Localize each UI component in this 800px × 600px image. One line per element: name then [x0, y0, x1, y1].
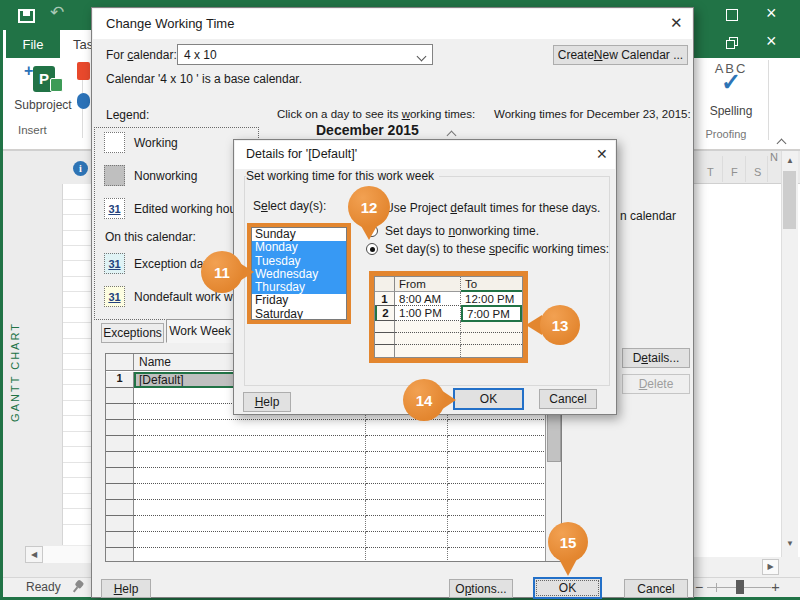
time-table: From To 1 8:00 AM 12:00 PM 2 1:00 PM 7:0…	[374, 276, 523, 358]
tab-work-week[interactable]: Work Week	[166, 319, 234, 343]
calendar-dropdown-value: 4 x 10	[184, 48, 217, 62]
delete-button[interactable]: Delete	[622, 374, 690, 394]
base-calendar-note: Calendar '4 x 10 ' is a base calendar.	[106, 72, 302, 86]
proofing-group-label: Proofing	[694, 128, 758, 140]
h-scrollbar-right[interactable]	[694, 557, 800, 577]
chevron-down-icon	[418, 49, 425, 63]
close-icon[interactable]: ✕	[596, 147, 608, 161]
day-list[interactable]: Sunday Monday Tuesday Wednesday Thursday…	[251, 227, 347, 320]
close-icon[interactable]: ✕	[670, 15, 683, 30]
scroll-left-icon: ◀	[31, 551, 37, 559]
edited-hours-label: Edited working hours	[134, 202, 246, 216]
scroll-right-button[interactable]: ▶	[762, 559, 779, 575]
scroll-up-icon[interactable]: ▲	[786, 157, 794, 165]
app-window: ↶ × File Task × + P Subproject Insert AB…	[0, 0, 800, 600]
v-scroll-thumb[interactable]	[783, 171, 796, 229]
scroll-left-button[interactable]: ◀	[25, 546, 43, 563]
table-scroll-thumb[interactable]	[547, 414, 561, 462]
radio-nonworking-label[interactable]: Set days to nonworking time.	[385, 224, 539, 238]
from-column-header: From	[395, 277, 461, 292]
time-row-1-num: 1	[375, 292, 395, 306]
time-to-1[interactable]: 12:00 PM	[461, 292, 522, 306]
undo-icon[interactable]: ↶	[50, 2, 64, 23]
nonworking-swatch	[104, 165, 125, 186]
time-from-1[interactable]: 8:00 AM	[395, 292, 461, 306]
ok-button[interactable]: OK	[453, 388, 524, 410]
radio-use-default-label[interactable]: Use Project default times for these days…	[385, 201, 600, 215]
group-box-label: Set working time for this work week	[246, 169, 439, 183]
cancel-button[interactable]: Cancel	[539, 389, 597, 409]
spelling-label: Spelling	[696, 104, 766, 118]
insert-group-label: Insert	[18, 124, 47, 136]
gantt-view-label: GANTT CHART	[9, 302, 25, 442]
day-list-highlight: Sunday Monday Tuesday Wednesday Thursday…	[247, 223, 351, 324]
calendar-dropdown[interactable]: 4 x 10	[177, 44, 433, 65]
window-edge-left	[0, 0, 3, 600]
zoom-out-icon[interactable]: −	[695, 579, 703, 595]
status-ready: Ready	[26, 580, 61, 594]
to-column-header: To	[461, 277, 522, 292]
help-button[interactable]: Help	[101, 579, 151, 598]
time-row-2-num: 2	[375, 306, 395, 321]
callout-13: 13	[540, 305, 580, 345]
cancel-button[interactable]: Cancel	[624, 579, 688, 598]
tab-exceptions[interactable]: Exceptions	[101, 323, 164, 343]
spellcheck-icon: ✓	[696, 68, 766, 96]
apps-icon[interactable]	[77, 93, 90, 109]
gantt-day-f: F	[731, 166, 738, 178]
day-option-monday[interactable]: Monday	[252, 241, 346, 254]
maximize-icon[interactable]	[726, 9, 738, 21]
time-to-2-selected[interactable]: 7:00 PM	[461, 305, 522, 322]
edited-hours-swatch: 31	[104, 198, 125, 219]
restore-icon[interactable]	[726, 37, 739, 50]
exception-days-swatch: 31	[104, 253, 125, 274]
close-doc-icon[interactable]: ×	[766, 31, 777, 52]
save-icon[interactable]	[18, 9, 35, 23]
nondefault-week-swatch: 31	[104, 286, 125, 307]
day-option-tuesday[interactable]: Tuesday	[252, 255, 346, 268]
for-calendar-label: For calendar:	[106, 48, 177, 62]
details-dialog: Details for '[Default]' ✕ Set working ti…	[233, 139, 617, 415]
close-icon[interactable]: ×	[766, 3, 777, 24]
right-text-fragment: n calendar	[620, 209, 676, 223]
select-days-label: Select day(s):	[253, 199, 326, 213]
create-new-calendar-button[interactable]: Create New Calendar ...	[553, 45, 688, 65]
day-option-friday[interactable]: Friday	[252, 294, 346, 307]
zoom-in-icon[interactable]: +	[771, 578, 780, 595]
zoom-slider-thumb[interactable]	[736, 580, 744, 594]
collapse-ribbon-icon[interactable]	[778, 136, 785, 150]
gantt-header-fragment: N	[770, 151, 778, 163]
radio-specific-times-label[interactable]: Set day(s) to these specific working tim…	[385, 242, 609, 256]
details-button[interactable]: Details...	[622, 348, 690, 368]
callout-15: 15	[548, 522, 588, 562]
callout-11: 11	[201, 251, 243, 293]
nonworking-label: Nonworking	[134, 169, 197, 183]
callout-14: 14	[403, 379, 445, 421]
click-day-label: Click on a day to see its working times:	[277, 108, 475, 120]
day-option-wednesday[interactable]: Wednesday	[252, 268, 346, 281]
tab-file[interactable]: File	[6, 30, 60, 58]
help-button[interactable]: Help	[243, 392, 291, 412]
day-option-saturday[interactable]: Saturday	[252, 308, 346, 320]
gantt-day-t: T	[707, 166, 714, 178]
day-option-thursday[interactable]: Thursday	[252, 281, 346, 294]
details-dialog-title: Details for '[Default]'	[246, 147, 357, 161]
ok-button[interactable]: OK	[533, 577, 602, 599]
calendar-month-title: December 2015	[316, 122, 419, 138]
on-this-calendar-label: On this calendar:	[105, 230, 196, 244]
working-label: Working	[134, 136, 178, 150]
time-from-2[interactable]: 1:00 PM	[395, 306, 461, 321]
callout-12: 12	[348, 186, 390, 228]
h-scroll-track-left[interactable]	[43, 546, 91, 563]
gantt-day-s: S	[754, 166, 761, 178]
spelling-button[interactable]: ABC ✓ Spelling	[696, 58, 766, 126]
day-option-sunday[interactable]: Sunday	[252, 228, 346, 241]
scroll-down-icon[interactable]: ▼	[786, 540, 794, 548]
working-times-label: Working times for December 23, 2015:	[494, 108, 691, 120]
zoom-slider-tick	[716, 583, 717, 592]
radio-specific-times[interactable]	[366, 243, 378, 255]
info-column-icon[interactable]: i	[73, 161, 88, 176]
options-button[interactable]: Options...	[449, 579, 513, 598]
gantt-grid-column[interactable]	[62, 184, 91, 545]
store-icon[interactable]	[77, 62, 90, 80]
